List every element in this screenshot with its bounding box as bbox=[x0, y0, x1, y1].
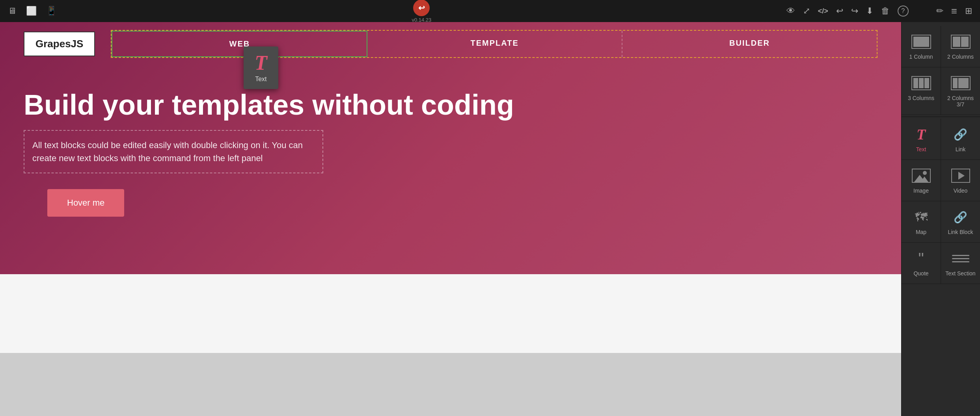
below-hero-section bbox=[0, 274, 901, 353]
3-columns-icon bbox=[911, 74, 932, 92]
block-link-label: Link bbox=[956, 146, 966, 152]
apps-icon[interactable]: ⊞ bbox=[965, 6, 972, 16]
quote-block-icon: " bbox=[911, 250, 932, 267]
link-block-icon: 🔗 bbox=[950, 126, 971, 143]
app-logo[interactable]: ↩ bbox=[413, 0, 430, 16]
block-quote[interactable]: " Quote bbox=[902, 243, 941, 284]
block-link-block-label: Link Block bbox=[948, 229, 973, 235]
2-columns-icon bbox=[950, 33, 971, 50]
2-columns-37-icon bbox=[950, 74, 971, 92]
block-image[interactable]: Image bbox=[902, 160, 941, 201]
text-section-icon bbox=[950, 250, 971, 267]
nav-link-template[interactable]: TEMPLATE bbox=[367, 31, 622, 57]
block-text-section-label: Text Section bbox=[945, 270, 975, 277]
hero-section: GrapesJS WEB TEMPLATE BUILDER Build your… bbox=[0, 22, 901, 274]
menu-icon[interactable]: ≡ bbox=[951, 5, 957, 17]
tablet-icon[interactable]: ⬜ bbox=[26, 6, 37, 16]
toolbar-right: 👁 ⤢ </> ↩ ↪ ⬇ 🗑 ? ✏ ≡ ⊞ bbox=[786, 5, 972, 17]
eye-icon[interactable]: 👁 bbox=[786, 6, 795, 16]
canvas-nav: GrapesJS WEB TEMPLATE BUILDER bbox=[0, 22, 901, 66]
block-link[interactable]: 🔗 Link bbox=[941, 119, 980, 160]
toolbar: 🖥 ⬜ 📱 ↩ v0.14.23 👁 ⤢ </> ↩ ↪ ⬇ 🗑 ? ✏ ≡ ⊞ bbox=[0, 0, 980, 22]
hero-subtitle-box[interactable]: All text blocks could be edited easily w… bbox=[24, 130, 323, 173]
block-3-columns-label: 3 Columns bbox=[908, 95, 934, 101]
block-2-columns-37[interactable]: 2 Columns 3/7 bbox=[941, 67, 980, 115]
toolbar-center: ↩ v0.14.23 bbox=[412, 0, 431, 23]
pen-icon[interactable]: ✏ bbox=[936, 6, 943, 16]
block-image-label: Image bbox=[913, 188, 929, 194]
blocks-row-3: T Text 🔗 Link bbox=[902, 119, 980, 160]
delete-icon[interactable]: 🗑 bbox=[881, 6, 890, 16]
hero-title[interactable]: Build your templates without coding bbox=[24, 89, 878, 121]
block-video-label: Video bbox=[954, 188, 968, 194]
block-quote-label: Quote bbox=[913, 270, 928, 277]
block-text-label: Text bbox=[916, 146, 926, 152]
text-block-icon: T bbox=[911, 126, 932, 143]
nav-links-row: WEB TEMPLATE BUILDER bbox=[111, 30, 878, 58]
nav-link-builder[interactable]: BUILDER bbox=[622, 31, 877, 57]
block-2-columns-37-label: 2 Columns 3/7 bbox=[945, 95, 976, 108]
block-2-columns[interactable]: 2 Columns bbox=[941, 26, 980, 67]
video-block-icon bbox=[950, 167, 971, 184]
block-text[interactable]: T Text bbox=[902, 119, 941, 160]
block-map[interactable]: 🗺 Map bbox=[902, 201, 941, 242]
block-1-column[interactable]: 1 Column bbox=[902, 26, 941, 67]
blocks-row-4: Image Video bbox=[902, 160, 980, 201]
code-icon[interactable]: </> bbox=[818, 7, 828, 15]
block-video[interactable]: Video bbox=[941, 160, 980, 201]
canvas-area: T Text GrapesJS WEB TEMPLATE BUILDER Bui… bbox=[0, 22, 901, 416]
text-tooltip: T Text bbox=[244, 46, 278, 89]
block-3-columns[interactable]: 3 Columns bbox=[902, 67, 941, 115]
mobile-icon[interactable]: 📱 bbox=[46, 6, 57, 16]
blocks-row-1: 1 Column 2 Columns bbox=[902, 26, 980, 67]
blocks-row-6: " Quote Text Section bbox=[902, 243, 980, 284]
blocks-row-5: 🗺 Map 🔗 Link Block bbox=[902, 201, 980, 243]
undo-icon[interactable]: ↩ bbox=[836, 6, 843, 16]
redo-icon[interactable]: ↪ bbox=[851, 6, 858, 16]
toolbar-left: 🖥 ⬜ 📱 bbox=[8, 6, 57, 16]
download-icon[interactable]: ⬇ bbox=[866, 6, 873, 16]
fullscreen-icon[interactable]: ⤢ bbox=[803, 6, 810, 16]
link-block2-icon: 🔗 bbox=[950, 208, 971, 226]
main-area: T Text GrapesJS WEB TEMPLATE BUILDER Bui… bbox=[0, 22, 980, 416]
block-link-block[interactable]: 🔗 Link Block bbox=[941, 201, 980, 242]
block-map-label: Map bbox=[916, 229, 926, 235]
text-tooltip-icon: T bbox=[255, 53, 267, 73]
desktop-icon[interactable]: 🖥 bbox=[8, 6, 17, 16]
text-tooltip-label: Text bbox=[255, 76, 266, 83]
1-column-icon bbox=[911, 33, 932, 50]
block-text-section[interactable]: Text Section bbox=[941, 243, 980, 284]
block-1-column-label: 1 Column bbox=[909, 54, 933, 60]
hero-text-block: Build your templates without coding All … bbox=[0, 66, 901, 217]
blocks-row-2: 3 Columns 2 Columns 3/7 bbox=[902, 67, 980, 115]
right-panel: 1 Column 2 Columns bbox=[901, 22, 980, 416]
image-block-icon bbox=[911, 167, 932, 184]
help-icon[interactable]: ? bbox=[898, 6, 909, 17]
canvas-logo[interactable]: GrapesJS bbox=[24, 32, 95, 56]
block-2-columns-label: 2 Columns bbox=[947, 54, 974, 60]
nav-link-web[interactable]: WEB bbox=[112, 31, 367, 57]
hero-subtitle: All text blocks could be edited easily w… bbox=[32, 140, 303, 163]
hover-btn[interactable]: Hover me bbox=[47, 189, 124, 217]
map-block-icon: 🗺 bbox=[911, 208, 932, 226]
